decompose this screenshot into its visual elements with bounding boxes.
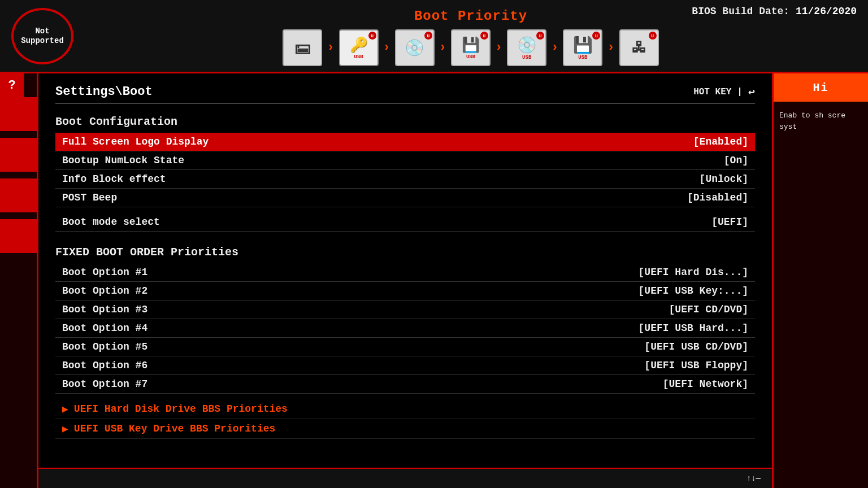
boot-opt-value-1: [UEFI Hard Dis...] — [639, 267, 748, 278]
usb-badge-1: U — [368, 32, 376, 40]
usb-label-4: USB — [578, 55, 587, 60]
boot-options-rows: Boot Option #1[UEFI Hard Dis...]Boot Opt… — [55, 263, 755, 394]
boot-opt-label-6: Boot Option #6 — [62, 360, 147, 371]
boot-config-header: Boot Configuration — [55, 115, 755, 128]
arrow-1: › — [327, 41, 334, 55]
boot-mode-value: [UEFI] — [711, 216, 748, 228]
right-sidebar-text: Enab to sh scre syst — [779, 111, 845, 131]
usb-drive-symbol: 💾 — [462, 36, 480, 54]
arrow-4: › — [495, 41, 502, 55]
usb-label-1: USB — [354, 54, 363, 60]
boot-opt-label-3: Boot Option #3 — [62, 304, 147, 315]
boot-option-row-5[interactable]: Boot Option #5[UEFI USB CD/DVD] — [55, 338, 755, 356]
hotkey-area: HOT KEY | ↩ — [693, 85, 755, 99]
question-button[interactable]: ? — [0, 73, 24, 97]
fixed-boot-order-header: FIXED BOOT ORDER Priorities — [55, 246, 755, 259]
not-supported-badge: Not Supported — [11, 8, 73, 64]
row-value-4: [Disabled] — [687, 192, 748, 203]
breadcrumb-bar: Settings\Boot HOT KEY | ↩ — [55, 85, 755, 104]
boot-opt-value-4: [UEFI USB Hard...] — [639, 323, 748, 334]
right-sidebar-content: Enab to sh scre syst — [774, 102, 868, 141]
main-content: Settings\Boot HOT KEY | ↩ Boot Configura… — [38, 73, 772, 488]
right-sidebar: Hi Enab to sh scre syst — [772, 73, 868, 488]
boot-config-row-2[interactable]: Bootup NumLock State[On] — [55, 151, 755, 170]
submenu-label-2: UEFI USB Key Drive BBS Priorities — [74, 423, 275, 434]
boot-mode-label: Boot mode select — [62, 216, 160, 228]
row-label-4: POST Beep — [62, 192, 117, 203]
boot-option-row-2[interactable]: Boot Option #2[UEFI USB Key:...] — [55, 282, 755, 300]
boot-icon-network: U 🖧 — [619, 29, 659, 66]
left-sidebar — [0, 73, 38, 488]
usb-floppy-symbol: 💾 — [573, 36, 593, 55]
boot-icons-row: 🖴 › U 🔑 USB › U 💿 › U 💾 USB › — [283, 29, 658, 66]
network-symbol: 🖧 — [632, 39, 646, 57]
hotkey-separator: | — [737, 87, 743, 97]
page-path: Settings\Boot — [55, 85, 153, 99]
boot-option-row-6[interactable]: Boot Option #6[UEFI USB Floppy] — [55, 356, 755, 375]
boot-config-row-1[interactable]: Full Screen Logo Display[Enabled] — [55, 133, 755, 151]
submenu-label-1: UEFI Hard Disk Drive BBS Priorities — [74, 403, 288, 415]
row-value-2: [On] — [724, 155, 748, 166]
back-button[interactable]: ↩ — [748, 85, 755, 99]
boot-option-row-7[interactable]: Boot Option #7[UEFI Network] — [55, 375, 755, 394]
usb-badge-5: U — [592, 32, 600, 40]
submenu-link-2[interactable]: ▶UEFI USB Key Drive BBS Priorities — [55, 419, 755, 439]
boot-opt-label-7: Boot Option #7 — [62, 378, 147, 390]
hotkey-label: HOT KEY — [693, 87, 731, 97]
usb-cd-symbol: 💿 — [517, 36, 537, 55]
usb-label-3: USB — [522, 55, 531, 60]
submenu-arrow-2: ▶ — [62, 422, 68, 435]
usb-badge-3: U — [480, 32, 488, 40]
boot-opt-label-2: Boot Option #2 — [62, 285, 147, 297]
boot-priority-title: Boot Priority — [414, 8, 527, 24]
usb-badge-2: U — [424, 32, 432, 40]
usb-badge-6: U — [649, 32, 657, 40]
boot-opt-value-5: [UEFI USB CD/DVD] — [644, 341, 748, 352]
boot-option-row-4[interactable]: Boot Option #4[UEFI USB Hard...] — [55, 319, 755, 338]
row-label-1: Full Screen Logo Display — [62, 136, 209, 147]
not-supported-line1: Not — [35, 27, 49, 36]
right-sidebar-header-text: Hi — [813, 81, 828, 94]
boot-icon-hdd: 🖴 — [283, 29, 322, 66]
not-supported-line2: Supported — [21, 36, 64, 46]
row-label-2: Bootup NumLock State — [62, 155, 184, 166]
boot-opt-label-5: Boot Option #5 — [62, 341, 147, 352]
sidebar-bar-4 — [0, 219, 37, 253]
hdd-symbol: 🖴 — [294, 38, 310, 58]
boot-opt-label-4: Boot Option #4 — [62, 323, 147, 334]
sidebar-bar-1 — [0, 97, 37, 131]
boot-opt-label-1: Boot Option #1 — [62, 267, 147, 278]
boot-opt-value-2: [UEFI USB Key:...] — [639, 285, 748, 297]
bios-build-info: BIOS Build Date: 11/26/2020 — [692, 6, 857, 17]
boot-mode-row[interactable]: Boot mode select [UEFI] — [55, 213, 755, 232]
submenu-arrow-1: ▶ — [62, 403, 68, 415]
header: Not Supported Boot Priority 🖴 › U 🔑 USB … — [0, 0, 868, 73]
bios-build-date: 11/26/2020 — [796, 6, 857, 17]
boot-opt-value-3: [UEFI CD/DVD] — [669, 304, 748, 315]
question-symbol: ? — [8, 79, 15, 93]
boot-config-row-3[interactable]: Info Block effect[Unlock] — [55, 170, 755, 189]
row-value-1: [Enabled] — [693, 136, 748, 147]
cd-symbol: 💿 — [405, 38, 424, 58]
submenu-link-1[interactable]: ▶UEFI Hard Disk Drive BBS Priorities — [55, 399, 755, 419]
bottom-bar: ↑↓— — [38, 468, 772, 488]
usb-key-symbol: 🔑 — [350, 36, 368, 54]
boot-option-row-1[interactable]: Boot Option #1[UEFI Hard Dis...] — [55, 263, 755, 282]
bios-build-label: BIOS Build Date: — [692, 6, 789, 17]
arrow-2: › — [383, 41, 390, 55]
boot-icon-cd: U 💿 — [395, 29, 435, 66]
arrow-6: › — [607, 41, 614, 55]
boot-icon-usb-floppy: U 💾 USB — [563, 29, 602, 66]
arrow-3: › — [439, 41, 446, 55]
arrow-5: › — [551, 41, 558, 55]
boot-opt-value-6: [UEFI USB Floppy] — [644, 360, 748, 371]
boot-icon-usb-cd: U 💿 USB — [507, 29, 546, 66]
usb-label-2: USB — [466, 54, 475, 60]
sidebar-bar-3 — [0, 178, 37, 212]
boot-config-row-4[interactable]: POST Beep[Disabled] — [55, 189, 755, 207]
boot-opt-value-7: [UEFI Network] — [663, 378, 748, 390]
boot-icon-usb-drive: U 💾 USB — [451, 29, 491, 66]
boot-config-rows: Full Screen Logo Display[Enabled]Bootup … — [55, 133, 755, 207]
submenu-links: ▶UEFI Hard Disk Drive BBS Priorities▶UEF… — [55, 399, 755, 439]
boot-option-row-3[interactable]: Boot Option #3[UEFI CD/DVD] — [55, 300, 755, 319]
